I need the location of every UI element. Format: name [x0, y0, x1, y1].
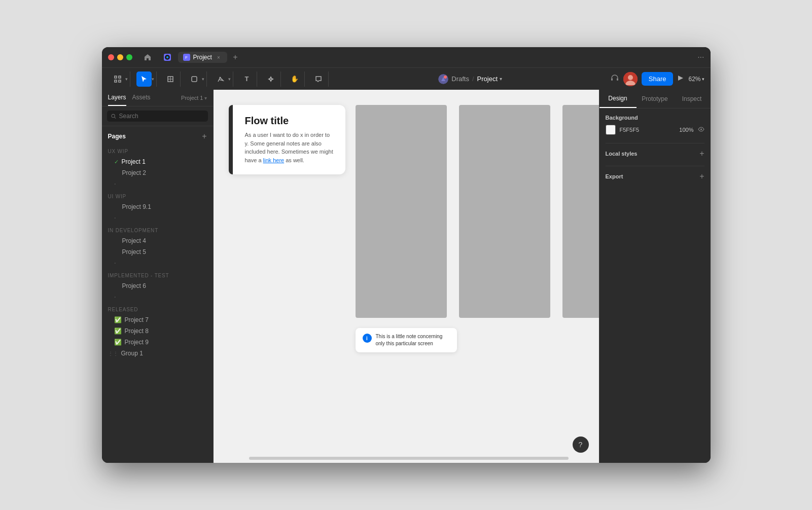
tools-group-1: ▾: [108, 71, 130, 87]
background-color-hex[interactable]: F5F5F5: [620, 127, 676, 133]
frame-1[interactable]: [356, 105, 447, 318]
flow-link[interactable]: link here: [263, 157, 285, 163]
check-emoji-project9: ✅: [114, 339, 122, 346]
visibility-icon[interactable]: [698, 126, 704, 133]
divider-2: [606, 166, 704, 166]
inspect-tab[interactable]: Inspect: [674, 90, 711, 107]
page-item-project9[interactable]: ✅ Project 9: [102, 337, 213, 348]
svg-rect-2: [119, 76, 121, 78]
svg-point-18: [700, 129, 702, 130]
figma-icon-tab[interactable]: [159, 52, 176, 63]
frame-3-partial[interactable]: [562, 105, 599, 318]
svg-rect-4: [119, 80, 121, 82]
pages-section: Pages + UX WIP ✓ Project 1 Project 2 · U…: [102, 126, 213, 463]
page-item-project4[interactable]: Project 4: [102, 235, 213, 246]
add-page-button[interactable]: +: [202, 132, 206, 140]
select-tool-chevron: ▾: [152, 77, 154, 82]
svg-point-16: [111, 114, 114, 117]
drafts-label[interactable]: Drafts: [451, 75, 469, 83]
tab-close-icon[interactable]: ×: [215, 54, 222, 61]
present-icon[interactable]: [677, 75, 684, 83]
close-button[interactable]: [108, 54, 114, 60]
minimize-button[interactable]: [117, 54, 123, 60]
page-item-project8[interactable]: ✅ Project 8: [102, 325, 213, 337]
group1-item[interactable]: ⋮⋮ Group 1: [102, 348, 213, 359]
page-item-project1[interactable]: ✓ Project 1: [102, 156, 213, 167]
tools-group-7: [261, 71, 281, 87]
maximize-button[interactable]: [126, 54, 132, 60]
frame-tool-button[interactable]: [110, 71, 125, 87]
home-icon[interactable]: [140, 50, 155, 64]
shape-tool-button[interactable]: [187, 71, 202, 87]
prototype-tab[interactable]: Prototype: [637, 90, 674, 107]
canvas[interactable]: Flow title As a user I want to do x in o…: [214, 90, 599, 463]
breadcrumb: Drafts / Project ▾: [438, 74, 502, 84]
pen-tool-chevron: ▾: [228, 77, 231, 82]
page-item-label: Project 7: [125, 316, 149, 323]
design-tab[interactable]: Design: [599, 90, 637, 108]
project-tab[interactable]: F Project ×: [178, 52, 227, 63]
text-tool-button[interactable]: T: [239, 71, 255, 87]
local-styles-header: Local styles +: [606, 150, 704, 158]
svg-line-17: [114, 117, 115, 118]
pen-tool-button[interactable]: [213, 71, 228, 87]
layers-search-input[interactable]: [119, 113, 204, 120]
components-tool-button[interactable]: [263, 71, 278, 87]
comment-tool-button[interactable]: [311, 71, 326, 87]
breadcrumb-chevron-icon: ▾: [500, 76, 502, 82]
ux-wip-label: UX WIP: [102, 144, 213, 156]
background-color-row: F5F5F5 100%: [606, 125, 704, 135]
left-panel: Layers Assets Project 1 ▾ Pa: [102, 90, 214, 463]
add-tab-button[interactable]: +: [229, 51, 241, 63]
svg-rect-3: [115, 80, 117, 82]
tab-area: F Project × +: [159, 51, 680, 63]
add-local-style-button[interactable]: +: [699, 150, 704, 158]
project-tab-label: Project: [193, 54, 212, 61]
hand-tool-icon: ✋: [291, 75, 299, 83]
group-item-label: Group 1: [121, 350, 143, 357]
separator-2: ·: [102, 212, 213, 224]
hand-tool-button[interactable]: ✋: [287, 71, 302, 87]
tools-group-2: ▾: [134, 71, 157, 87]
scale-tool-button[interactable]: [163, 71, 178, 87]
zoom-indicator[interactable]: 62% ▾: [688, 76, 704, 83]
frame-2[interactable]: [459, 105, 550, 318]
user-avatar[interactable]: [623, 72, 638, 86]
flow-card-title: Flow title: [239, 115, 335, 127]
background-color-swatch[interactable]: [606, 125, 616, 135]
page-item-project2[interactable]: Project 2: [102, 167, 213, 178]
app-window: F Project × + ··· ▾: [102, 47, 711, 463]
move-tool-button[interactable]: [136, 71, 152, 87]
breadcrumb-separator: /: [472, 75, 474, 83]
page-item-label: Project 9.1: [122, 203, 151, 210]
traffic-lights: [108, 54, 132, 60]
background-section-title: Background: [606, 115, 638, 121]
svg-rect-12: [611, 78, 613, 81]
headphone-icon[interactable]: [610, 74, 619, 85]
right-panel-body: Background F5F5F5 100%: [599, 108, 711, 463]
page-item-label: Project 5: [122, 248, 146, 256]
page-item-project6[interactable]: Project 6: [102, 280, 213, 292]
share-button[interactable]: Share: [642, 72, 674, 86]
page-item-project5[interactable]: Project 5: [102, 246, 213, 258]
project-label-area: Project 1 ▾: [181, 95, 206, 105]
tools-group-4: ▾: [185, 71, 207, 87]
divider-1: [606, 143, 704, 143]
project-breadcrumb[interactable]: Project ▾: [477, 75, 502, 83]
add-export-button[interactable]: +: [699, 172, 704, 180]
local-styles-title: Local styles: [606, 151, 638, 157]
zoom-chevron-icon: ▾: [702, 77, 704, 82]
background-opacity[interactable]: 100%: [679, 127, 693, 133]
flow-card[interactable]: Flow title As a user I want to do x in o…: [229, 105, 345, 174]
page-item-project7[interactable]: ✅ Project 7: [102, 314, 213, 325]
layers-tab[interactable]: Layers: [108, 94, 126, 106]
more-options-icon[interactable]: ···: [697, 53, 704, 62]
svg-point-15: [628, 75, 633, 80]
note-bubble[interactable]: i This is a little note concerning only …: [356, 328, 457, 352]
assets-tab[interactable]: Assets: [132, 94, 151, 106]
horizontal-scrollbar[interactable]: [249, 457, 569, 460]
help-button[interactable]: ?: [573, 436, 589, 453]
page-item-project91[interactable]: Project 9.1: [102, 201, 213, 212]
toolbar-right: Share 62% ▾: [610, 72, 704, 86]
check-icon-project1: ✓: [114, 159, 119, 165]
